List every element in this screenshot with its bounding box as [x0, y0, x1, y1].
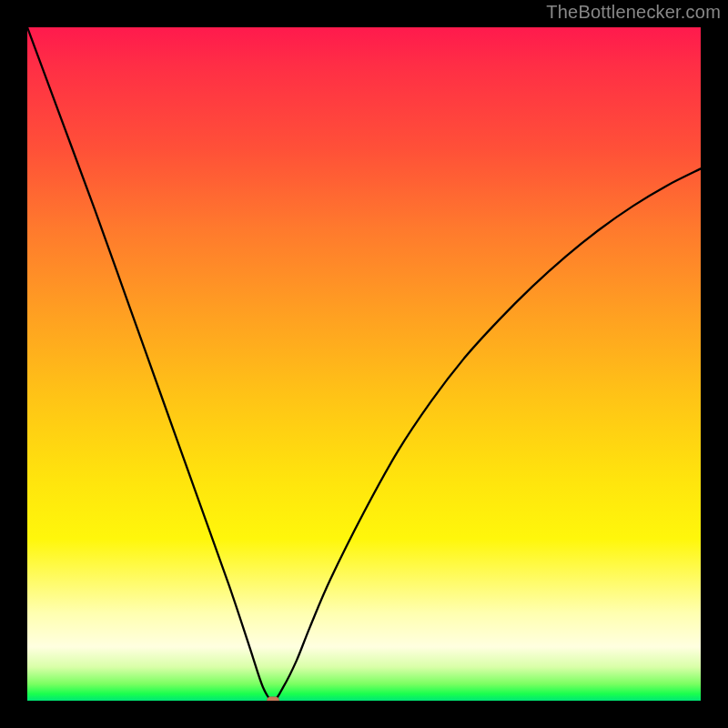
bottleneck-curve [27, 27, 701, 701]
plot-area [27, 27, 701, 701]
optimal-point-marker [267, 697, 279, 702]
watermark-text: TheBottlenecker.com [546, 2, 721, 23]
chart-frame: TheBottlenecker.com [0, 0, 728, 728]
